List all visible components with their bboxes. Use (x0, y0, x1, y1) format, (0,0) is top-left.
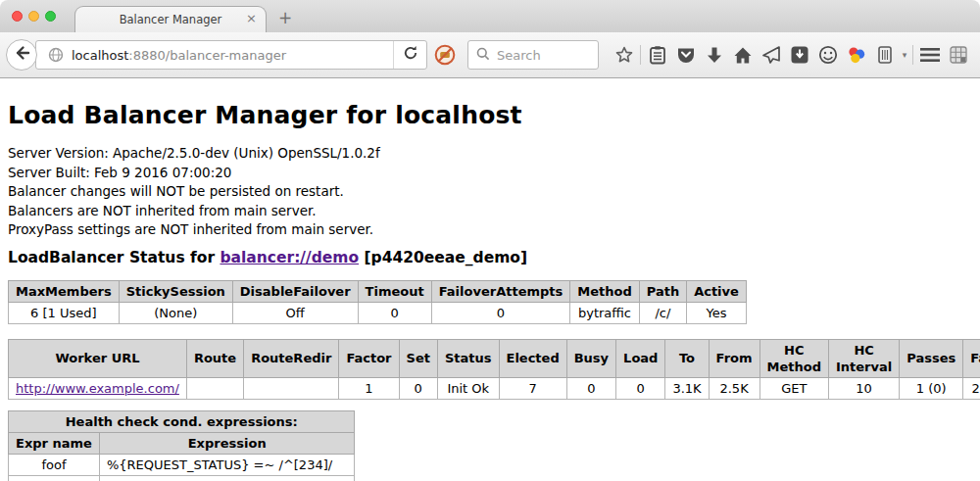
color-dots-icon[interactable] (842, 40, 870, 70)
table-cell: http://www.example.com/ (9, 377, 187, 399)
column-header: Path (639, 280, 686, 302)
column-header: Worker URL (9, 339, 187, 377)
balancer-settings-table: MaxMembersStickySessionDisableFailoverTi… (8, 280, 747, 324)
browser-window: Balancer Manager × + localhost:8880/bala… (0, 0, 980, 481)
column-header: StickySession (119, 280, 232, 302)
table-cell: 0 (566, 377, 615, 399)
health-table-title: Health check cond. expressions: (9, 410, 355, 432)
table-cell: Init Ok (437, 377, 499, 399)
column-header: RouteRedir (244, 339, 339, 377)
table-cell: 2.5K (709, 377, 760, 399)
reload-button[interactable] (393, 41, 426, 69)
table-cell: 10 (828, 377, 899, 399)
tab-bar: Balancer Manager × + (0, 0, 980, 32)
column-header: Load (616, 339, 665, 377)
url-path: :8880/balancer-manager (128, 48, 286, 63)
globe-icon (48, 47, 64, 63)
table-cell: hc('body') =~ /domain is established/ (99, 475, 355, 481)
toolbar-separator (640, 45, 641, 65)
flashblock-icon[interactable] (434, 44, 456, 70)
column-header: Timeout (358, 280, 431, 302)
back-arrow-icon (13, 44, 30, 66)
smiley-icon[interactable] (813, 40, 842, 70)
tab-close-icon[interactable]: × (246, 12, 257, 25)
url-bar[interactable]: localhost:8880/balancer-manager (35, 40, 427, 70)
column-header: Route (186, 339, 243, 377)
health-check-table: Health check cond. expressions: Expr nam… (8, 410, 355, 481)
table-row: foof%{REQUEST_STATUS} =~ /^[234]/ (9, 454, 355, 475)
table-row: foof2hc('body') =~ /domain is establishe… (9, 475, 355, 481)
download-box-icon[interactable] (785, 40, 813, 70)
new-tab-button[interactable]: + (278, 8, 292, 27)
column-header: Active (687, 280, 747, 302)
table-cell: 1 (339, 377, 399, 399)
column-header: HC Interval (828, 339, 899, 377)
search-bar[interactable] (467, 40, 599, 70)
balancer-demo-link[interactable]: balancer://demo (220, 249, 359, 266)
column-header: Elected (499, 339, 566, 377)
table-cell: 0 (616, 377, 665, 399)
table-row: http://www.example.com/ 10Init Ok7003.1K… (9, 377, 980, 399)
send-plane-icon[interactable] (757, 40, 785, 70)
column-header: From (709, 339, 760, 377)
column-header: DisableFailover (232, 280, 358, 302)
table-cell: 1 (0) (900, 377, 963, 399)
table-cell: (None) (119, 302, 232, 323)
table-header-row: Expr nameExpression (9, 432, 355, 454)
column-header: Passes (900, 339, 963, 377)
column-header: MaxMembers (9, 280, 120, 302)
home-icon[interactable] (728, 40, 757, 70)
heading-prefix: LoadBalancer Status for (8, 249, 220, 266)
grid-extension-icon[interactable] (944, 40, 972, 70)
column-header: Busy (566, 339, 615, 377)
table-cell: 3.1K (665, 377, 709, 399)
table-header-row: Worker URLRouteRouteRedirFactorSetStatus… (9, 339, 980, 377)
bookmark-star-icon[interactable] (610, 40, 638, 70)
chevron-down-icon[interactable]: ▾ (899, 50, 910, 60)
back-button[interactable] (6, 39, 37, 71)
search-input[interactable] (497, 48, 595, 63)
balancer-status-heading: LoadBalancer Status for balancer://demo … (8, 249, 972, 266)
url-text: localhost:8880/balancer-manager (72, 48, 393, 63)
container-icon[interactable] (870, 40, 899, 70)
tab-title: Balancer Manager (120, 13, 222, 26)
table-cell: 6 [1 Used] (9, 302, 120, 323)
table-cell: 2 (0) (963, 377, 980, 399)
table-cell: %{REQUEST_STATUS} =~ /^[234]/ (99, 454, 355, 475)
column-header: Status (437, 339, 499, 377)
server-version-line: Server Version: Apache/2.5.0-dev (Unix) … (8, 144, 972, 164)
proxypass-note-line: ProxyPass settings are NOT inherited fro… (8, 220, 972, 240)
server-built-line: Server Built: Feb 9 2016 07:00:20 (8, 164, 972, 183)
window-zoom-button[interactable] (45, 11, 56, 22)
downloads-icon[interactable] (700, 40, 728, 70)
column-header: Set (399, 339, 437, 377)
reading-list-icon[interactable] (643, 40, 671, 70)
tab-balancer-manager[interactable]: Balancer Manager × (74, 6, 267, 32)
navigation-toolbar: localhost:8880/balancer-manager (0, 32, 980, 78)
table-header-row: MaxMembersStickySessionDisableFailoverTi… (9, 280, 747, 302)
column-header: Factor (339, 339, 399, 377)
column-header: Fails (963, 339, 980, 377)
pocket-icon[interactable] (671, 40, 700, 70)
column-header: FailoverAttempts (431, 280, 570, 302)
inherit-note-line: Balancers are NOT inherited from main se… (8, 202, 972, 221)
reload-icon (403, 45, 418, 65)
table-title-row: Health check cond. expressions: (9, 410, 355, 432)
table-cell: foof2 (9, 475, 100, 481)
table-cell (244, 377, 339, 399)
table-cell: 7 (499, 377, 566, 399)
table-cell: foof (9, 454, 100, 475)
column-header: HC Method (760, 339, 828, 377)
search-icon (476, 46, 490, 65)
hamburger-menu-icon[interactable] (915, 40, 944, 70)
table-row: 6 [1 Used](None)Off00bytraffic/c/Yes (9, 302, 747, 323)
table-cell: 0 (399, 377, 437, 399)
table-cell (186, 377, 243, 399)
table-cell: 0 (431, 302, 570, 323)
window-minimize-button[interactable] (28, 11, 39, 22)
window-close-button[interactable] (12, 11, 23, 22)
worker-url-link[interactable]: http://www.example.com/ (16, 381, 179, 396)
table-cell: 0 (358, 302, 431, 323)
column-header: Expr name (9, 432, 100, 454)
table-cell: GET (760, 377, 828, 399)
